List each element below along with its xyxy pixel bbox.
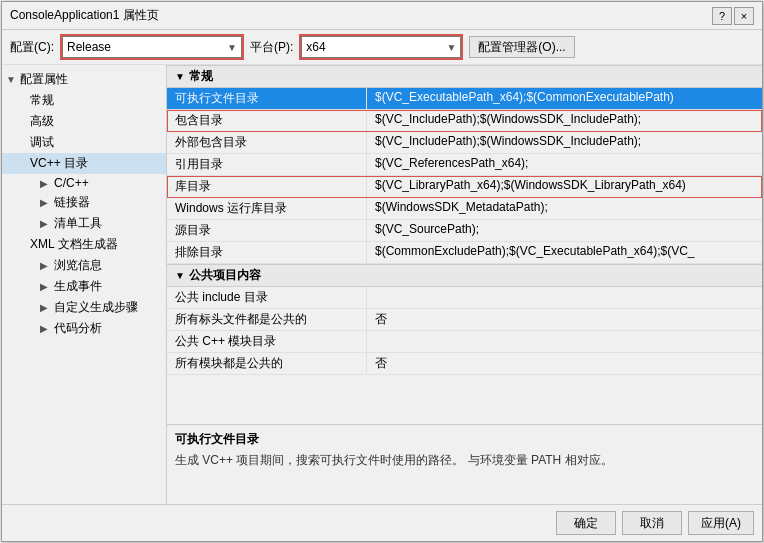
tree-item-manifest[interactable]: ▶ 清单工具 bbox=[2, 213, 166, 234]
prop-name-library: 库目录 bbox=[167, 176, 367, 197]
close-button[interactable]: × bbox=[734, 7, 754, 25]
platform-arrow: ▼ bbox=[446, 42, 456, 53]
tree-code-analysis-arrow: ▶ bbox=[40, 323, 54, 334]
prop-row-include[interactable]: 包含目录 $(VC_IncludePath);$(WindowsSDK_Incl… bbox=[167, 110, 762, 132]
prop-value-library: $(VC_LibraryPath_x64);$(WindowsSDK_Libra… bbox=[367, 176, 762, 197]
prop-value-public-include bbox=[367, 287, 762, 308]
dialog: ConsoleApplication1 属性页 ? × 配置(C): Relea… bbox=[1, 1, 763, 542]
prop-row-source[interactable]: 源目录 $(VC_SourcePath); bbox=[167, 220, 762, 242]
prop-name-public-include: 公共 include 目录 bbox=[167, 287, 367, 308]
prop-name-winrt: Windows 运行库目录 bbox=[167, 198, 367, 219]
prop-name-source: 源目录 bbox=[167, 220, 367, 241]
config-select[interactable]: Release ▼ bbox=[62, 36, 242, 58]
tree-linker-arrow: ▶ bbox=[40, 197, 54, 208]
section-general-header[interactable]: ▼ 常规 bbox=[167, 65, 762, 88]
tree-item-custom-build[interactable]: ▶ 自定义生成步骤 bbox=[2, 297, 166, 318]
tree-custom-build-label: 自定义生成步骤 bbox=[54, 299, 138, 316]
prop-row-references[interactable]: 引用目录 $(VC_ReferencesPath_x64); bbox=[167, 154, 762, 176]
description-text: 生成 VC++ 项目期间，搜索可执行文件时使用的路径。 与环境变量 PATH 相… bbox=[175, 452, 754, 469]
prop-value-exclude: $(CommonExcludePath);$(VC_ExecutablePath… bbox=[367, 242, 762, 263]
section-public-header[interactable]: ▼ 公共项目内容 bbox=[167, 264, 762, 287]
tree-cpp-label: C/C++ bbox=[54, 176, 89, 190]
prop-value-source: $(VC_SourcePath); bbox=[367, 220, 762, 241]
tree-item-code-analysis[interactable]: ▶ 代码分析 bbox=[2, 318, 166, 339]
prop-row-executable[interactable]: 可执行文件目录 $(VC_ExecutablePath_x64);$(Commo… bbox=[167, 88, 762, 110]
tree-item-linker[interactable]: ▶ 链接器 bbox=[2, 192, 166, 213]
prop-name-all-modules-public: 所有模块都是公共的 bbox=[167, 353, 367, 374]
prop-name-include: 包含目录 bbox=[167, 110, 367, 131]
prop-row-winrt[interactable]: Windows 运行库目录 $(WindowsSDK_MetadataPath)… bbox=[167, 198, 762, 220]
config-arrow: ▼ bbox=[227, 42, 237, 53]
config-manager-button[interactable]: 配置管理器(O)... bbox=[469, 36, 574, 58]
platform-select[interactable]: x64 ▼ bbox=[301, 36, 461, 58]
left-panel: ▼ 配置属性 常规 高级 调试 VC++ 目录 ▶ C/C++ ▶ 链接器 ▶ … bbox=[2, 65, 167, 504]
section-general-arrow: ▼ bbox=[175, 71, 185, 82]
cancel-button[interactable]: 取消 bbox=[622, 511, 682, 535]
prop-name-exclude: 排除目录 bbox=[167, 242, 367, 263]
tree-item-debug[interactable]: 调试 bbox=[2, 132, 166, 153]
prop-name-cpp-modules: 公共 C++ 模块目录 bbox=[167, 331, 367, 352]
platform-label: 平台(P): bbox=[250, 39, 293, 56]
tree-item-general[interactable]: 常规 bbox=[2, 90, 166, 111]
prop-name-external-include: 外部包含目录 bbox=[167, 132, 367, 153]
config-bar: 配置(C): Release ▼ 平台(P): x64 ▼ 配置管理器(O)..… bbox=[2, 30, 762, 65]
prop-row-all-headers-public[interactable]: 所有标头文件都是公共的 否 bbox=[167, 309, 762, 331]
prop-row-external-include[interactable]: 外部包含目录 $(VC_IncludePath);$(WindowsSDK_In… bbox=[167, 132, 762, 154]
props-table-wrapper: ▼ 常规 可执行文件目录 $(VC_ExecutablePath_x64);$(… bbox=[167, 65, 762, 424]
prop-value-cpp-modules bbox=[367, 331, 762, 352]
title-bar: ConsoleApplication1 属性页 ? × bbox=[2, 2, 762, 30]
bottom-bar: 确定 取消 应用(A) bbox=[2, 504, 762, 541]
prop-row-all-modules-public[interactable]: 所有模块都是公共的 否 bbox=[167, 353, 762, 375]
prop-value-external-include: $(VC_IncludePath);$(WindowsSDK_IncludePa… bbox=[367, 132, 762, 153]
tree-root-label: 配置属性 bbox=[20, 71, 68, 88]
ok-button[interactable]: 确定 bbox=[556, 511, 616, 535]
prop-row-library[interactable]: 库目录 $(VC_LibraryPath_x64);$(WindowsSDK_L… bbox=[167, 176, 762, 198]
title-bar-buttons: ? × bbox=[712, 7, 754, 25]
config-value: Release bbox=[67, 40, 111, 54]
dialog-title: ConsoleApplication1 属性页 bbox=[10, 7, 159, 24]
platform-value: x64 bbox=[306, 40, 325, 54]
prop-value-all-modules-public: 否 bbox=[367, 353, 762, 374]
tree-item-advanced[interactable]: 高级 bbox=[2, 111, 166, 132]
description-title: 可执行文件目录 bbox=[175, 431, 754, 448]
tree-item-cpp[interactable]: ▶ C/C++ bbox=[2, 174, 166, 192]
config-label: 配置(C): bbox=[10, 39, 54, 56]
tree-root-arrow: ▼ bbox=[6, 74, 20, 85]
section-public-arrow: ▼ bbox=[175, 270, 185, 281]
tree-cpp-arrow: ▶ bbox=[40, 178, 54, 189]
tree-manifest-arrow: ▶ bbox=[40, 218, 54, 229]
tree-custom-build-arrow: ▶ bbox=[40, 302, 54, 313]
prop-name-references: 引用目录 bbox=[167, 154, 367, 175]
prop-row-exclude[interactable]: 排除目录 $(CommonExcludePath);$(VC_Executabl… bbox=[167, 242, 762, 264]
right-panel: ▼ 常规 可执行文件目录 $(VC_ExecutablePath_x64);$(… bbox=[167, 65, 762, 504]
tree-item-xml[interactable]: XML 文档生成器 bbox=[2, 234, 166, 255]
tree-manifest-label: 清单工具 bbox=[54, 215, 102, 232]
prop-value-all-headers-public: 否 bbox=[367, 309, 762, 330]
tree-code-analysis-label: 代码分析 bbox=[54, 320, 102, 337]
tree-item-browse[interactable]: ▶ 浏览信息 bbox=[2, 255, 166, 276]
tree-build-events-arrow: ▶ bbox=[40, 281, 54, 292]
tree-build-events-label: 生成事件 bbox=[54, 278, 102, 295]
prop-value-references: $(VC_ReferencesPath_x64); bbox=[367, 154, 762, 175]
help-button[interactable]: ? bbox=[712, 7, 732, 25]
description-panel: 可执行文件目录 生成 VC++ 项目期间，搜索可执行文件时使用的路径。 与环境变… bbox=[167, 424, 762, 504]
main-content: ▼ 配置属性 常规 高级 调试 VC++ 目录 ▶ C/C++ ▶ 链接器 ▶ … bbox=[2, 65, 762, 504]
tree-root-header[interactable]: ▼ 配置属性 bbox=[2, 69, 166, 90]
prop-row-cpp-modules[interactable]: 公共 C++ 模块目录 bbox=[167, 331, 762, 353]
prop-row-public-include[interactable]: 公共 include 目录 bbox=[167, 287, 762, 309]
tree-linker-label: 链接器 bbox=[54, 194, 90, 211]
prop-value-winrt: $(WindowsSDK_MetadataPath); bbox=[367, 198, 762, 219]
section-general-label: 常规 bbox=[189, 68, 213, 85]
tree-item-vc-dirs[interactable]: VC++ 目录 bbox=[2, 153, 166, 174]
prop-value-executable: $(VC_ExecutablePath_x64);$(CommonExecuta… bbox=[367, 88, 762, 109]
tree-browse-arrow: ▶ bbox=[40, 260, 54, 271]
prop-value-include: $(VC_IncludePath);$(WindowsSDK_IncludePa… bbox=[367, 110, 762, 131]
prop-name-executable: 可执行文件目录 bbox=[167, 88, 367, 109]
section-public-label: 公共项目内容 bbox=[189, 267, 261, 284]
tree-browse-label: 浏览信息 bbox=[54, 257, 102, 274]
apply-button[interactable]: 应用(A) bbox=[688, 511, 754, 535]
prop-name-all-headers-public: 所有标头文件都是公共的 bbox=[167, 309, 367, 330]
tree-item-build-events[interactable]: ▶ 生成事件 bbox=[2, 276, 166, 297]
